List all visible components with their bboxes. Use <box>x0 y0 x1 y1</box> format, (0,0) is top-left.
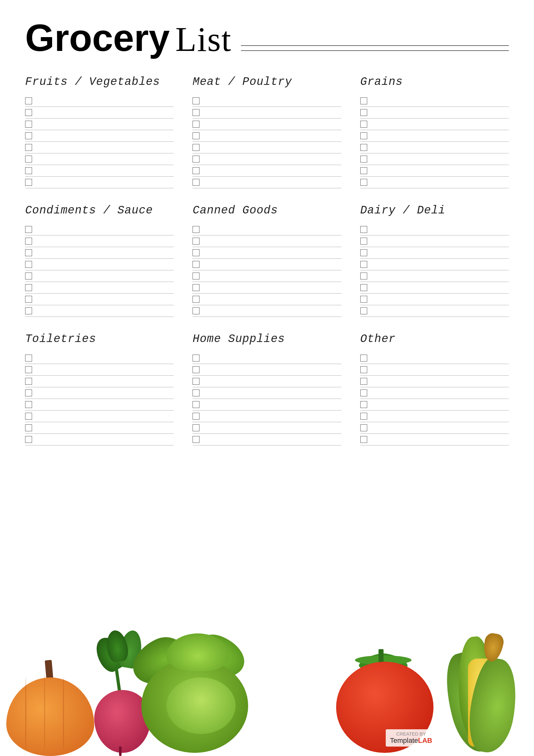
checkbox[interactable] <box>25 308 32 314</box>
checkbox[interactable] <box>192 144 199 151</box>
checkbox[interactable] <box>192 97 199 104</box>
checkbox[interactable] <box>25 273 32 280</box>
checkbox[interactable] <box>25 378 32 385</box>
section-row-1: Condiments / SauceCanned GoodsDairy / De… <box>25 204 509 317</box>
checkbox[interactable] <box>25 167 32 174</box>
checkbox[interactable] <box>192 436 199 443</box>
checkbox[interactable] <box>25 121 32 128</box>
checkbox[interactable] <box>360 424 367 431</box>
checkbox[interactable] <box>192 390 199 396</box>
list-item <box>25 422 174 434</box>
checkbox[interactable] <box>192 308 199 314</box>
checkbox[interactable] <box>192 273 199 280</box>
checkbox[interactable] <box>192 378 199 385</box>
list-item <box>360 247 509 259</box>
checkbox[interactable] <box>360 366 367 373</box>
checkbox[interactable] <box>25 261 32 268</box>
checkbox[interactable] <box>192 296 199 303</box>
checkbox[interactable] <box>360 97 367 104</box>
checkbox[interactable] <box>25 109 32 116</box>
checkbox[interactable] <box>360 436 367 443</box>
section-title-grains: Grains <box>360 75 509 88</box>
checkbox[interactable] <box>25 249 32 256</box>
checkbox[interactable] <box>192 424 199 431</box>
checkbox[interactable] <box>192 238 199 245</box>
checkbox[interactable] <box>192 261 199 268</box>
checkbox[interactable] <box>25 156 32 163</box>
checkbox[interactable] <box>25 436 32 443</box>
checkbox[interactable] <box>25 413 32 419</box>
checkbox[interactable] <box>25 238 32 245</box>
checkbox[interactable] <box>360 401 367 408</box>
checkbox[interactable] <box>25 132 32 139</box>
checkbox[interactable] <box>360 378 367 385</box>
checkbox[interactable] <box>360 144 367 151</box>
checkbox[interactable] <box>360 261 367 268</box>
checkbox[interactable] <box>25 390 32 396</box>
checkbox[interactable] <box>192 401 199 408</box>
checkbox[interactable] <box>25 179 32 186</box>
list-item <box>25 259 174 270</box>
checkbox[interactable] <box>192 132 199 139</box>
list-item <box>25 294 174 305</box>
title-list: List <box>175 22 232 57</box>
checkbox[interactable] <box>360 355 367 362</box>
list-item <box>360 235 509 247</box>
checkbox[interactable] <box>360 121 367 128</box>
checkbox[interactable] <box>25 355 32 362</box>
checkbox[interactable] <box>192 179 199 186</box>
list-item <box>360 259 509 270</box>
checkbox[interactable] <box>192 226 199 233</box>
list-item <box>360 411 509 422</box>
section-meat-poultry: Meat / Poultry <box>192 75 341 188</box>
list-item <box>25 270 174 282</box>
checkbox[interactable] <box>360 132 367 139</box>
checkbox[interactable] <box>25 97 32 104</box>
checkbox[interactable] <box>360 413 367 419</box>
checklist-canned-goods <box>192 224 341 317</box>
checklist-home-supplies <box>192 352 341 446</box>
checkbox[interactable] <box>192 284 199 291</box>
checkbox[interactable] <box>360 167 367 174</box>
checkbox[interactable] <box>360 249 367 256</box>
checkbox[interactable] <box>360 109 367 116</box>
checkbox[interactable] <box>360 156 367 163</box>
checkbox[interactable] <box>25 296 32 303</box>
checkbox[interactable] <box>360 226 367 233</box>
list-item <box>192 119 341 130</box>
checkbox[interactable] <box>360 390 367 396</box>
checkbox[interactable] <box>25 226 32 233</box>
list-item <box>192 305 341 317</box>
checkbox[interactable] <box>25 366 32 373</box>
title-grocery: Grocery <box>25 19 170 57</box>
checkbox[interactable] <box>360 296 367 303</box>
checkbox[interactable] <box>192 366 199 373</box>
bottom-decoration: CREATED BY TemplateLAB <box>0 624 534 756</box>
checkbox[interactable] <box>192 249 199 256</box>
checkbox[interactable] <box>25 424 32 431</box>
checkbox[interactable] <box>360 179 367 186</box>
checkbox[interactable] <box>360 273 367 280</box>
checkbox[interactable] <box>192 413 199 419</box>
section-grains: Grains <box>360 75 509 188</box>
checkbox[interactable] <box>360 308 367 314</box>
checkbox[interactable] <box>25 284 32 291</box>
pumpkin-stem <box>45 660 53 679</box>
list-item <box>25 247 174 259</box>
checkbox[interactable] <box>25 144 32 151</box>
checkbox[interactable] <box>192 121 199 128</box>
checkbox[interactable] <box>192 355 199 362</box>
list-item <box>192 235 341 247</box>
checkbox[interactable] <box>360 238 367 245</box>
checkbox[interactable] <box>192 109 199 116</box>
checkbox[interactable] <box>192 167 199 174</box>
checkbox[interactable] <box>25 401 32 408</box>
list-item <box>25 130 174 142</box>
list-item <box>25 305 174 317</box>
header: Grocery List <box>25 19 509 57</box>
section-title-meat-poultry: Meat / Poultry <box>192 75 341 88</box>
checkbox[interactable] <box>192 156 199 163</box>
checkbox[interactable] <box>360 284 367 291</box>
list-item <box>360 376 509 387</box>
watermark-template: TemplateLAB <box>390 737 433 745</box>
